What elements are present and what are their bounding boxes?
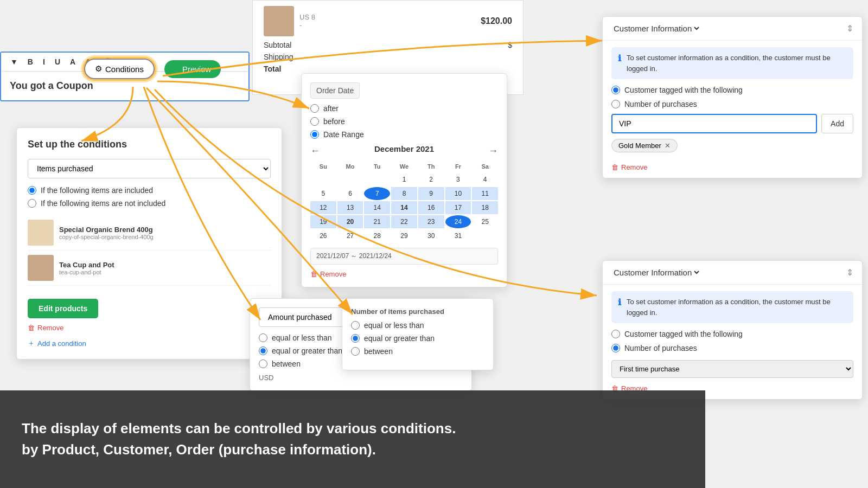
cal-day-17[interactable]: 17 bbox=[445, 201, 471, 214]
radio-include-label: If the following items are included bbox=[41, 186, 153, 195]
ci-top-radio-purchases-label: Number of purchases bbox=[624, 100, 697, 108]
ci-bottom-purchase-type-select[interactable]: First time purchase bbox=[611, 360, 853, 378]
ci-bottom-radio-purchases-label: Number of purchases bbox=[624, 344, 697, 352]
cart-variant: - bbox=[299, 21, 315, 29]
cal-header-mo: Mo bbox=[337, 161, 363, 172]
cal-day-15[interactable]: 14 bbox=[391, 201, 417, 214]
ci-bottom-type-select[interactable]: Customer Information bbox=[611, 267, 701, 278]
cal-day-5[interactable]: 5 bbox=[310, 187, 336, 200]
ci-top-tag-input[interactable] bbox=[611, 114, 817, 133]
cal-day-16[interactable]: 16 bbox=[418, 201, 444, 214]
ci-bottom-radio-tagged[interactable]: Customer tagged with the following bbox=[611, 330, 853, 338]
num-radio-less-input[interactable] bbox=[351, 321, 360, 330]
ci-top-tag-label: Gold Member bbox=[618, 142, 661, 150]
ci-bottom-info-icon bbox=[618, 297, 621, 307]
ci-top-tag-remove-icon[interactable]: ✕ bbox=[665, 142, 671, 150]
cal-day-2[interactable]: 2 bbox=[418, 173, 444, 186]
cal-day-20[interactable]: 20 bbox=[337, 215, 363, 228]
conditions-button[interactable]: Conditions bbox=[84, 59, 155, 79]
remove-label: Remove bbox=[37, 324, 63, 332]
ci-top-tag-input-row: Add bbox=[611, 114, 853, 133]
radio-date-range-input[interactable] bbox=[310, 130, 319, 139]
cal-day-30[interactable]: 30 bbox=[418, 229, 444, 242]
condition-type-select[interactable]: Items purchased bbox=[28, 159, 271, 178]
radio-include[interactable]: If the following items are included bbox=[28, 186, 271, 195]
cal-day-8[interactable]: 8 bbox=[391, 187, 417, 200]
italic-button[interactable]: I bbox=[39, 56, 49, 68]
cal-day-4[interactable]: 4 bbox=[472, 173, 498, 186]
cal-day-22[interactable]: 22 bbox=[391, 215, 417, 228]
cal-day-27[interactable]: 27 bbox=[337, 229, 363, 242]
cal-day-23[interactable]: 23 bbox=[418, 215, 444, 228]
radio-before-input[interactable] bbox=[310, 117, 319, 126]
calendar-panel: Order Date after before Date Range ← Dec… bbox=[301, 73, 507, 287]
cal-remove-link[interactable]: 🗑 Remove bbox=[310, 270, 498, 278]
ci-top-options: Customer tagged with the following Numbe… bbox=[603, 86, 862, 163]
remove-condition-link[interactable]: 🗑 Remove bbox=[28, 324, 271, 332]
shipping-label: Shipping bbox=[264, 53, 293, 61]
ci-top-remove-link[interactable]: 🗑 Remove bbox=[603, 163, 862, 178]
add-condition-link[interactable]: ＋ Add a condition bbox=[28, 338, 271, 348]
product-item-2: Tea Cup and Pot tea-cup-and-pot bbox=[28, 251, 271, 286]
underline-button[interactable]: U bbox=[51, 56, 64, 68]
cal-day-9[interactable]: 9 bbox=[418, 187, 444, 200]
cal-day-19[interactable]: 19 bbox=[310, 215, 336, 228]
num-radio-between[interactable]: between bbox=[351, 347, 484, 356]
cal-day-6[interactable]: 6 bbox=[337, 187, 363, 200]
radio-after-label: after bbox=[323, 104, 339, 113]
radio-include-input[interactable] bbox=[28, 186, 36, 195]
ci-bottom-radio-purchases-input[interactable] bbox=[611, 344, 620, 352]
ci-top-radio-tagged-input[interactable] bbox=[611, 86, 620, 94]
cal-day-24[interactable]: 24 bbox=[445, 215, 471, 228]
cal-prev-button[interactable]: ← bbox=[310, 145, 320, 157]
num-radio-greater-input[interactable] bbox=[351, 334, 360, 343]
amount-radio-between-input[interactable] bbox=[259, 359, 267, 368]
amount-radio-greater-input[interactable] bbox=[259, 346, 267, 355]
ci-top-radio-purchases-input[interactable] bbox=[611, 100, 620, 108]
ci-bottom-options: Customer tagged with the following Numbe… bbox=[603, 330, 862, 384]
edit-products-button[interactable]: Edit products bbox=[28, 299, 98, 318]
cal-day-12[interactable]: 12 bbox=[310, 201, 336, 214]
product-2-thumbnail bbox=[28, 255, 54, 281]
calendar-radio-options: after before Date Range bbox=[310, 104, 498, 139]
cal-day-29[interactable]: 29 bbox=[391, 229, 417, 242]
ci-bottom-radio-tagged-input[interactable] bbox=[611, 330, 620, 338]
cal-day-14[interactable]: 14 bbox=[364, 201, 390, 214]
num-radio-greater[interactable]: equal or greater than bbox=[351, 334, 484, 343]
radio-before[interactable]: before bbox=[310, 117, 498, 126]
cal-day-3[interactable]: 3 bbox=[445, 173, 471, 186]
radio-date-range[interactable]: Date Range bbox=[310, 130, 498, 139]
radio-after[interactable]: after bbox=[310, 104, 498, 113]
num-radio-between-label: between bbox=[364, 347, 393, 356]
cal-day-7[interactable]: 7 bbox=[364, 187, 390, 200]
cart-product-row: US 8 - $120.00 bbox=[264, 6, 512, 36]
num-radio-less[interactable]: equal or less than bbox=[351, 321, 484, 330]
cal-day-26[interactable]: 26 bbox=[310, 229, 336, 242]
cal-day-1[interactable]: 1 bbox=[391, 173, 417, 186]
cal-day-25[interactable]: 25 bbox=[472, 215, 498, 228]
format-dropdown[interactable]: ▼ bbox=[7, 56, 22, 68]
cal-day-11[interactable]: 11 bbox=[472, 187, 498, 200]
cal-next-button[interactable]: → bbox=[488, 145, 498, 157]
preview-label: Preview bbox=[182, 65, 211, 74]
cal-day-31[interactable]: 31 bbox=[445, 229, 471, 242]
num-radio-between-input[interactable] bbox=[351, 347, 360, 356]
radio-after-input[interactable] bbox=[310, 104, 319, 113]
cal-day-21[interactable]: 21 bbox=[364, 215, 390, 228]
preview-button[interactable]: Preview bbox=[164, 60, 221, 78]
ci-top-radio-tagged[interactable]: Customer tagged with the following bbox=[611, 86, 853, 94]
cal-day-28[interactable]: 28 bbox=[364, 229, 390, 242]
ci-bottom-info-box: To set customer information as a conditi… bbox=[611, 291, 853, 323]
ci-top-add-button[interactable]: Add bbox=[821, 114, 853, 133]
radio-exclude-input[interactable] bbox=[28, 199, 36, 208]
ci-top-type-select[interactable]: Customer Information bbox=[611, 23, 701, 34]
cal-day-10[interactable]: 10 bbox=[445, 187, 471, 200]
bold-button[interactable]: B bbox=[24, 56, 37, 68]
cal-day-13[interactable]: 13 bbox=[337, 201, 363, 214]
ci-top-radio-purchases[interactable]: Number of purchases bbox=[611, 100, 853, 108]
text-color-button[interactable]: A bbox=[66, 56, 79, 68]
cal-day-18[interactable]: 18 bbox=[472, 201, 498, 214]
amount-radio-less-input[interactable] bbox=[259, 333, 267, 342]
ci-bottom-radio-purchases[interactable]: Number of purchases bbox=[611, 344, 853, 352]
radio-exclude[interactable]: If the following items are not included bbox=[28, 199, 271, 208]
